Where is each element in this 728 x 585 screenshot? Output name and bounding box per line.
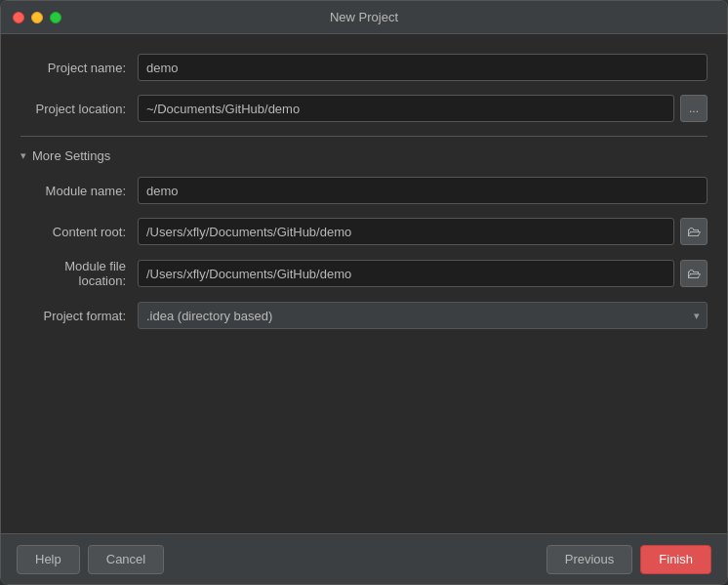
- module-file-location-input[interactable]: [138, 260, 674, 287]
- module-file-location-label: Module file location:: [20, 259, 138, 288]
- module-name-label: Module name:: [20, 184, 138, 198]
- module-file-location-field-wrapper: 🗁: [138, 260, 708, 287]
- minimize-button[interactable]: [31, 12, 43, 23]
- folder-icon: 🗁: [687, 266, 701, 281]
- module-name-field-wrapper: [138, 177, 708, 204]
- chevron-down-icon: ▾: [20, 149, 26, 162]
- more-settings-header[interactable]: ▾ More Settings: [20, 148, 708, 163]
- project-name-field-wrapper: [138, 54, 708, 81]
- project-format-row: Project format: .idea (directory based) …: [20, 302, 708, 329]
- bottom-right-buttons: Previous Finish: [546, 545, 711, 574]
- folder-icon: 🗁: [687, 224, 701, 239]
- dialog-title: New Project: [330, 10, 398, 24]
- previous-button[interactable]: Previous: [546, 545, 633, 574]
- more-settings-section: ▾ More Settings Module name: Content roo…: [20, 136, 708, 329]
- content-root-row: Content root: 🗁: [20, 218, 708, 245]
- bottom-left-buttons: Help Cancel: [17, 545, 164, 574]
- project-format-label: Project format:: [20, 309, 138, 323]
- project-format-select[interactable]: .idea (directory based) .ipr (file based…: [138, 302, 708, 329]
- content-root-label: Content root:: [20, 225, 138, 239]
- bottom-bar: Help Cancel Previous Finish: [1, 533, 727, 584]
- browse-button[interactable]: ...: [680, 95, 708, 122]
- project-name-label: Project name:: [20, 61, 138, 75]
- help-button[interactable]: Help: [17, 545, 80, 574]
- cancel-button[interactable]: Cancel: [88, 545, 164, 574]
- project-name-input[interactable]: [138, 54, 708, 81]
- title-bar: New Project: [1, 1, 727, 34]
- close-button[interactable]: [13, 12, 24, 23]
- project-format-field-wrapper: .idea (directory based) .ipr (file based…: [138, 302, 708, 329]
- more-settings-title: More Settings: [32, 148, 110, 163]
- project-location-input[interactable]: [138, 95, 674, 122]
- content-root-browse-button[interactable]: 🗁: [680, 218, 708, 245]
- module-file-location-browse-button[interactable]: 🗁: [680, 260, 708, 287]
- project-name-row: Project name:: [20, 54, 708, 81]
- dialog-content: Project name: Project location: ... ▾ Mo…: [1, 34, 727, 533]
- finish-button[interactable]: Finish: [640, 545, 711, 574]
- project-format-select-wrapper: .idea (directory based) .ipr (file based…: [138, 302, 708, 329]
- content-root-field-wrapper: 🗁: [138, 218, 708, 245]
- traffic-lights: [13, 12, 61, 23]
- project-location-label: Project location:: [20, 102, 138, 116]
- project-location-field-wrapper: ...: [138, 95, 708, 122]
- content-root-input[interactable]: [138, 218, 674, 245]
- module-file-location-row: Module file location: 🗁: [20, 259, 708, 288]
- module-name-input[interactable]: [138, 177, 708, 204]
- maximize-button[interactable]: [50, 12, 61, 23]
- module-name-row: Module name:: [20, 177, 708, 204]
- project-location-row: Project location: ...: [20, 95, 708, 122]
- new-project-dialog: New Project Project name: Project locati…: [0, 0, 728, 585]
